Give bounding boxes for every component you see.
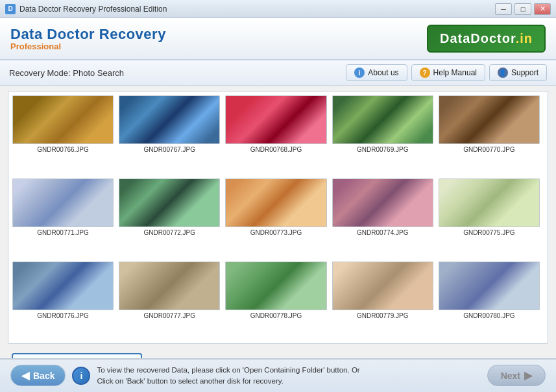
person-icon: 👤 <box>498 67 508 78</box>
header: Data Doctor Recovery Professional DataDo… <box>0 18 556 60</box>
photo-filename: GNDR00767.JPG <box>144 146 195 153</box>
support-button-label: Support <box>511 68 538 77</box>
photo-filename: GNDR00766.JPG <box>37 146 88 153</box>
photo-thumbnail <box>439 178 540 227</box>
help-button-label: Help Manual <box>433 68 477 77</box>
photo-filename: GNDR00776.JPG <box>37 312 88 319</box>
photo-grid: GNDR00766.JPGGNDR00767.JPGGNDR00768.JPGG… <box>12 95 544 339</box>
about-button-label: About us <box>368 68 398 77</box>
photo-filename: GNDR00769.JPG <box>357 146 408 153</box>
photo-thumbnail <box>12 95 114 144</box>
app-title-block: Data Doctor Recovery Professional <box>10 26 166 51</box>
support-button[interactable]: 👤 Support <box>489 64 547 81</box>
maximize-button[interactable]: □ <box>514 3 531 15</box>
photo-item[interactable]: GNDR00766.JPG <box>12 95 114 173</box>
window-controls: ─ □ ✕ <box>495 3 551 15</box>
footer-text-line1: To view the recovered Data, please click… <box>97 365 359 376</box>
next-button[interactable]: Next ▶ <box>487 365 546 386</box>
photo-thumbnail <box>12 262 114 310</box>
close-button[interactable]: ✕ <box>534 3 551 15</box>
photo-thumbnail <box>12 178 114 227</box>
titlebar: D Data Doctor Recovery Professional Edit… <box>0 0 556 18</box>
back-button-label: Back <box>33 371 54 381</box>
question-icon: ? <box>420 67 430 78</box>
app-title-main: Data Doctor Recovery <box>10 26 166 43</box>
photo-filename: GNDR00773.JPG <box>250 229 302 236</box>
next-button-label: Next <box>501 371 520 381</box>
photo-thumbnail <box>332 95 433 144</box>
toolbar-buttons: i About us ? Help Manual 👤 Support <box>346 64 547 81</box>
photo-thumbnail <box>225 95 326 144</box>
photo-thumbnail <box>119 262 220 310</box>
photo-item[interactable]: GNDR00778.JPG <box>225 262 326 339</box>
photo-item[interactable]: GNDR00769.JPG <box>332 95 433 173</box>
footer-info-icon: i <box>72 367 90 385</box>
photo-filename: GNDR00774.JPG <box>357 229 408 236</box>
footer-text-line2: Click on 'Back' button to select another… <box>97 376 359 387</box>
next-arrow-icon: ▶ <box>524 369 532 382</box>
photo-filename: GNDR00779.JPG <box>357 312 408 319</box>
app-icon: D <box>5 4 16 14</box>
photo-item[interactable]: GNDR00777.JPG <box>119 262 220 339</box>
help-button[interactable]: ? Help Manual <box>411 64 485 81</box>
photo-filename: GNDR00778.JPG <box>250 312 302 319</box>
photo-filename: GNDR00775.JPG <box>463 229 514 236</box>
app-title-sub: Professional <box>10 42 166 51</box>
photo-item[interactable]: GNDR00773.JPG <box>225 178 326 256</box>
recovery-mode-label: Recovery Mode: Photo Search <box>9 68 124 78</box>
photo-thumbnail <box>439 262 540 310</box>
back-button[interactable]: ◀ Back <box>10 365 66 386</box>
photo-item[interactable]: GNDR00776.JPG <box>12 262 114 339</box>
about-button[interactable]: i About us <box>346 64 407 81</box>
photo-item[interactable]: GNDR00771.JPG <box>12 178 114 256</box>
photo-item[interactable]: GNDR00770.JPG <box>439 95 540 173</box>
back-arrow-icon: ◀ <box>21 369 29 382</box>
photo-item[interactable]: GNDR00767.JPG <box>119 95 220 173</box>
photo-gallery: GNDR00766.JPGGNDR00767.JPGGNDR00768.JPGG… <box>8 91 548 344</box>
photo-item[interactable]: GNDR00768.JPG <box>225 95 326 173</box>
photo-filename: GNDR00770.JPG <box>463 146 514 153</box>
info-icon: i <box>354 67 365 78</box>
photo-filename: GNDR00772.JPG <box>144 229 195 236</box>
photo-filename: GNDR00771.JPG <box>37 229 88 236</box>
footer: ◀ Back i To view the recovered Data, ple… <box>0 358 556 393</box>
photo-thumbnail <box>332 262 433 310</box>
app-logo: DataDoctor.in <box>427 25 546 53</box>
photo-item[interactable]: GNDR00780.JPG <box>439 262 540 339</box>
footer-left: ◀ Back i To view the recovered Data, ple… <box>10 365 360 387</box>
minimize-button[interactable]: ─ <box>495 3 512 15</box>
photo-item[interactable]: GNDR00775.JPG <box>439 178 540 256</box>
photo-item[interactable]: GNDR00779.JPG <box>332 262 433 339</box>
toolbar: Recovery Mode: Photo Search i About us ?… <box>0 60 556 86</box>
photo-item[interactable]: GNDR00772.JPG <box>119 178 220 256</box>
photo-thumbnail <box>439 95 540 144</box>
photo-thumbnail <box>225 178 326 227</box>
photo-thumbnail <box>225 262 326 310</box>
photo-thumbnail <box>119 178 220 227</box>
photo-item[interactable]: GNDR00774.JPG <box>332 178 433 256</box>
window-title: Data Doctor Recovery Professional Editio… <box>19 5 495 14</box>
photo-filename: GNDR00780.JPG <box>463 312 514 319</box>
footer-info-text: To view the recovered Data, please click… <box>97 365 359 387</box>
photo-thumbnail <box>332 178 433 227</box>
photo-thumbnail <box>119 95 220 144</box>
photo-filename: GNDR00768.JPG <box>250 146 302 153</box>
photo-filename: GNDR00777.JPG <box>144 312 195 319</box>
